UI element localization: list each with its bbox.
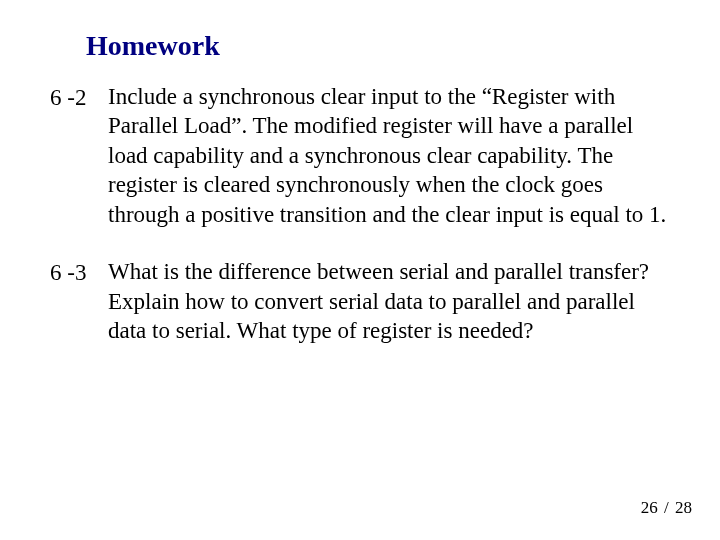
page-separator: / [662, 498, 671, 517]
item-text: What is the difference between serial an… [108, 257, 670, 345]
slide-title: Homework [86, 30, 220, 62]
list-item: 6 -3 What is the difference between seri… [50, 257, 670, 345]
page-total: 28 [675, 498, 692, 517]
item-number: 6 -2 [50, 82, 108, 112]
slide: Homework 6 -2 Include a synchronous clea… [0, 0, 720, 540]
list-item: 6 -2 Include a synchronous clear input t… [50, 82, 670, 229]
item-text: Include a synchronous clear input to the… [108, 82, 670, 229]
page-indicator: 26 / 28 [641, 498, 692, 518]
homework-list: 6 -2 Include a synchronous clear input t… [50, 82, 670, 374]
item-number: 6 -3 [50, 257, 108, 287]
page-current: 26 [641, 498, 658, 517]
